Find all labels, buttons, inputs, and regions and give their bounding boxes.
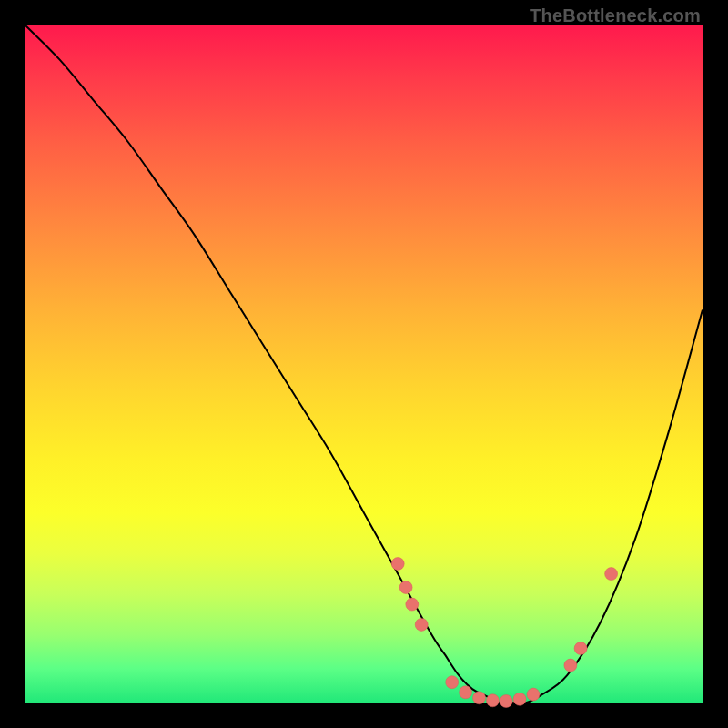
chart-stage: TheBottleneck.com [0, 0, 728, 728]
data-marker [513, 693, 526, 705]
plot-area [25, 25, 703, 703]
data-marker [473, 692, 486, 704]
data-marker [406, 598, 419, 611]
marker-group [391, 558, 617, 708]
data-marker [564, 659, 577, 672]
data-marker [391, 558, 404, 571]
curve-layer [25, 25, 703, 703]
data-marker [460, 686, 472, 699]
data-marker [574, 642, 587, 655]
watermark-text: TheBottleneck.com [530, 5, 701, 26]
data-marker [486, 694, 499, 707]
data-marker [415, 618, 428, 631]
data-marker [500, 695, 512, 708]
bottleneck-curve [25, 25, 703, 703]
data-marker [605, 568, 618, 581]
data-marker [446, 676, 459, 689]
data-marker [527, 688, 540, 701]
data-marker [399, 581, 412, 594]
